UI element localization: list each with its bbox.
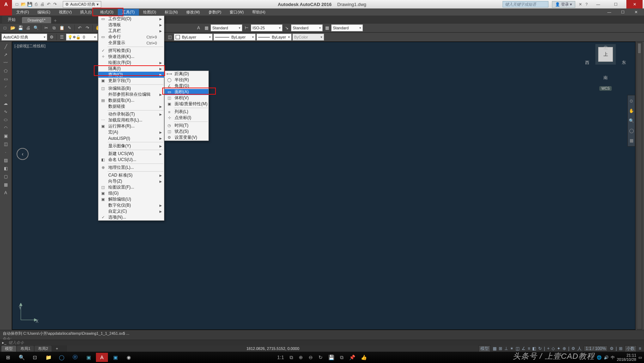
menu-窗口(W)[interactable]: 窗口(W) [225,9,248,16]
menu-插入(I)[interactable]: 插入(I) [76,9,96,16]
menu-item[interactable]: 隔离(I)▶ [98,66,164,72]
cmd-input[interactable]: 键入命令 [8,340,24,345]
collapse-palette-button[interactable]: ‹ [17,148,29,160]
view-cube[interactable]: 北 西 东 上 南 WCS [584,45,627,91]
polar-icon[interactable]: ✶ [510,346,514,351]
orbit-icon[interactable]: ◯ [629,127,634,134]
menu-item[interactable]: ▤数据提取(X)... [98,97,164,103]
savefile-icon[interactable]: 💾 [328,355,334,361]
tray-vol-icon[interactable]: 🔊 [604,355,609,360]
qat-plot-icon[interactable]: 🖨 [40,2,45,7]
menu-item[interactable]: ✓拼写检查(E) [98,48,164,54]
search-icon-tb[interactable]: 🔍 [16,353,28,362]
qat-undo-icon[interactable]: ↶ [46,2,51,7]
lineweight-combo[interactable]: ByLayer▾ [256,34,292,41]
tab-start[interactable]: 开始 [2,16,21,23]
menu-item[interactable]: ◷时间(T) [165,123,208,129]
polygon-icon[interactable]: ⬠ [2,67,10,75]
dimstyle-combo[interactable]: ISO-25▾ [251,24,282,31]
3dosnap-icon[interactable]: ✦ [557,346,560,351]
tablestyle-combo[interactable]: Standard▾ [331,24,363,31]
table-draw-icon[interactable]: ▦ [2,181,10,188]
menu-item[interactable]: ▣解除编组(U) [98,196,164,202]
tablestyle-icon[interactable]: ▦ [323,24,330,31]
menu-item[interactable]: 查询(Q)▶ [98,72,164,78]
ie-icon[interactable]: ⓔ [69,353,81,362]
mail-icon[interactable]: ▣ [83,353,95,362]
menu-item[interactable]: ⋯加载应用程序(L)... [98,117,164,123]
lweight-status-icon[interactable]: ≡ [528,346,530,351]
pline-icon[interactable]: 〰 [2,59,10,66]
refresh-icon[interactable]: ↻ [318,355,323,361]
showmotion-icon[interactable]: ▦ [630,137,633,144]
qat-new-icon[interactable]: □ [14,2,20,7]
viewport-label[interactable]: [-][俯视][二维线框] [14,43,45,49]
tab-drawing1[interactable]: Drawing1* [22,17,51,23]
qprops-icon[interactable]: ⚙ [571,346,575,351]
menu-item[interactable]: 数据链接▶ [98,103,164,109]
dim-icon[interactable]: ⊢ [243,24,250,31]
linetype-combo[interactable]: ByLayer▾ [213,34,256,41]
menu-item[interactable]: 自定义(C)▶ [98,208,164,214]
menu-item[interactable]: ⊕地理位置(L)... [98,165,164,171]
menu-item[interactable]: 选项板▶ [98,22,164,28]
menu-文件(F)[interactable]: 文件(F) [12,9,33,16]
app-icon-tb[interactable]: ▣ [109,353,121,362]
menu-item[interactable]: 数字化仪(B)▶ [98,202,164,208]
menu-item[interactable]: ≡列表(L) [165,109,208,115]
menu-item[interactable]: ▣运行脚本(R)... [98,123,164,129]
notif-icon[interactable]: ▭ [638,355,642,360]
doc-max-icon[interactable]: ☐ [617,9,629,15]
ratio-icon[interactable]: 1:1 [277,355,284,361]
menu-item[interactable]: ⟷距离(D) [165,71,208,77]
qat-redo-icon[interactable]: ↷ [52,2,58,7]
menu-item[interactable]: CAD 标准(S)▶ [98,172,164,178]
pin-icon[interactable]: 📌 [349,355,355,361]
layout-tab[interactable]: 布局1 [17,346,34,352]
qat-saveas-icon[interactable]: ⎙ [33,2,39,7]
zoomin-icon[interactable]: ⊕ [299,355,303,361]
coords-readout[interactable]: 1812.0826, 2715.5152, 0.0000 [247,346,299,351]
menu-item[interactable]: ◫块编辑器(B) [98,85,164,91]
cycling-icon[interactable]: ↻ [538,346,542,351]
menu-item[interactable]: ▣面域/质量特性(M) [165,101,208,107]
menu-item[interactable]: 绘图次序(D)▶ [98,60,164,66]
qat-open-icon[interactable]: 📂 [20,2,26,7]
menu-item[interactable]: ✓选项(N)... [98,214,164,220]
menu-item[interactable]: ◫状态(S) [165,129,208,135]
menu-item[interactable]: ▭命令行Ctrl+9 [98,34,164,40]
iso-icon[interactable]: ◇ [552,346,555,351]
menu-item[interactable]: ◫体积(V) [165,95,208,101]
spline-icon[interactable]: ∿ [2,108,10,115]
menu-item[interactable]: ∠角度(G) [165,83,208,89]
canvas-vscroll[interactable] [637,42,642,329]
taskview-icon[interactable]: ⊡ [29,353,41,362]
menu-编辑(E)[interactable]: 编辑(E) [33,9,55,16]
arc-icon[interactable]: ◜ [2,84,10,91]
tray-net-icon[interactable]: 🌐 [597,355,602,360]
signin-button[interactable]: 👤 登录 ▾ [552,1,575,8]
ellipse-icon[interactable]: ⬭ [2,116,10,123]
menu-参数(P)[interactable]: 参数(P) [204,9,226,16]
text-icon[interactable]: A [195,24,202,31]
otrack-icon[interactable]: ∠ [522,346,525,351]
tray-ime-icon[interactable]: 中 [611,355,615,360]
color-icon[interactable]: ◫ [166,34,173,41]
copy-icon[interactable]: ⧉ [50,24,57,31]
insert-icon[interactable]: ▣ [2,132,10,139]
block-icon[interactable]: ◫ [2,141,10,148]
print-icon[interactable]: 🖨 [25,24,32,31]
grid-icon[interactable]: ▦ [493,346,497,351]
like-icon[interactable]: 👍 [361,355,367,361]
tab-new-button[interactable]: + [52,18,59,23]
mtext-icon[interactable]: A [2,189,10,196]
menu-item[interactable]: ▣组(G) [98,190,164,196]
preview-icon[interactable]: 🔍 [32,24,40,31]
menu-item[interactable]: ◧命名 UCS(U)... [98,157,164,163]
menu-item[interactable]: ✧快速选择(K)... [98,54,164,60]
table-icon[interactable]: ▦ [203,24,210,31]
menu-item[interactable]: ⊹点坐标(I) [165,115,208,121]
navpan-icon[interactable]: ✋ [629,107,634,114]
customize-status-icon[interactable]: ≡ [639,346,641,351]
textstyle-combo[interactable]: Standard▾ [211,24,242,31]
